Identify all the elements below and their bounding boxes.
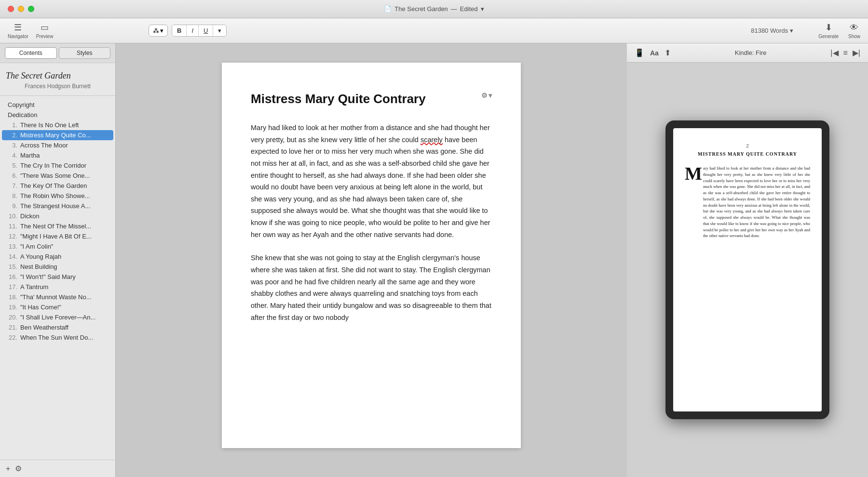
doc-icon: 📄 bbox=[384, 5, 392, 13]
toc-chapter-6[interactable]: 6."There Was Some One... bbox=[0, 171, 115, 181]
title-bar: 📄 The Secret Garden — Edited ▾ bbox=[0, 0, 868, 18]
title-separator: — bbox=[451, 5, 457, 13]
toc-chapter-15[interactable]: 15.Nest Building bbox=[0, 262, 115, 272]
paragraph-1[interactable]: Mary had liked to look at her mother fro… bbox=[251, 122, 492, 240]
toc-chapter-19[interactable]: 19."It Has Come!" bbox=[0, 302, 115, 312]
star-icon: ⁂ bbox=[153, 27, 159, 34]
page-sheet: Mistress Mary Quite Contrary ⚙ ▾ Mary ha… bbox=[222, 63, 521, 448]
navigator-label: Navigator bbox=[8, 34, 28, 39]
toc-chapter-20[interactable]: 20."I Shall Live Forever—An... bbox=[0, 312, 115, 322]
preview-toolbar: 📱 Aa ⬆ Kindle: Fire |◀ ≡ ▶| bbox=[627, 43, 868, 63]
tablet-icon: ▭ bbox=[41, 22, 49, 33]
toolbar-nav: ☰ Navigator ▭ Preview bbox=[8, 22, 123, 39]
toc-chapter-11[interactable]: 11.The Nest Of The Missel... bbox=[0, 221, 115, 231]
tab-styles[interactable]: Styles bbox=[59, 47, 111, 59]
star-dropdown-icon: ▾ bbox=[160, 27, 163, 34]
toc-chapter-12[interactable]: 12."Might I Have A Bit Of E... bbox=[0, 231, 115, 241]
window-controls bbox=[8, 6, 34, 12]
preview-last-page-button[interactable]: ▶| bbox=[853, 48, 860, 57]
toc-chapter-1[interactable]: 1.There Is No One Left bbox=[0, 120, 115, 130]
show-label: Show bbox=[848, 34, 860, 39]
settings-dropdown-icon: ▾ bbox=[488, 92, 492, 99]
kindle-page-number: 2 bbox=[746, 143, 749, 148]
device-icon[interactable]: 📱 bbox=[635, 48, 644, 57]
format-toolbar: ⁂ ▾ B I U ▾ 81380 Words ▾ bbox=[129, 25, 813, 37]
sidebar-tabs: Contents Styles bbox=[0, 43, 115, 63]
underline-button[interactable]: U bbox=[199, 25, 213, 36]
add-section-button[interactable]: + bbox=[6, 464, 10, 473]
toc-chapter-10[interactable]: 10.Dickon bbox=[0, 211, 115, 221]
toc-chapter-8[interactable]: 8.The Robin Who Showe... bbox=[0, 191, 115, 201]
chapter-settings-button[interactable]: ⚙ ▾ bbox=[481, 92, 492, 99]
main-layout: Contents Styles The Secret Garden France… bbox=[0, 43, 868, 477]
italic-button[interactable]: I bbox=[187, 25, 199, 36]
format-buttons: B I U ▾ bbox=[172, 25, 227, 37]
generate-button[interactable]: ⬇ Generate bbox=[818, 22, 839, 39]
preview-label: Preview bbox=[36, 34, 54, 39]
settings-gear-icon: ⚙ bbox=[481, 92, 488, 99]
title-dropdown-icon[interactable]: ▾ bbox=[481, 5, 484, 13]
hamburger-icon: ☰ bbox=[14, 22, 22, 33]
editor-content: Mistress Mary Quite Contrary ⚙ ▾ Mary ha… bbox=[116, 43, 627, 477]
window-title: 📄 The Secret Garden — Edited ▾ bbox=[384, 5, 484, 13]
preview-toolbar-left: 📱 Aa ⬆ bbox=[635, 48, 671, 57]
toc-chapter-7[interactable]: 7.The Key Of The Garden bbox=[0, 181, 115, 191]
preview-list-button[interactable]: ≡ bbox=[843, 49, 848, 57]
word-count-dropdown-icon[interactable]: ▾ bbox=[790, 27, 793, 34]
preview-navigation: |◀ ≡ ▶| bbox=[830, 48, 860, 57]
kindle-chapter-title: MISTRESS MARY QUITE CONTRARY bbox=[698, 151, 797, 157]
preview-button[interactable]: ▭ Preview bbox=[36, 22, 54, 39]
style-button[interactable]: ⁂ ▾ bbox=[149, 25, 168, 37]
maximize-button[interactable] bbox=[28, 6, 34, 12]
toc-chapter-14[interactable]: 14.A Young Rajah bbox=[0, 252, 115, 262]
toc-dedication[interactable]: Dedication bbox=[0, 110, 115, 120]
more-format-button[interactable]: ▾ bbox=[213, 25, 226, 36]
preview-area: 📱 Aa ⬆ Kindle: Fire |◀ ≡ ▶| 2 MISTRESS M… bbox=[627, 43, 868, 477]
kindle-screen: 2 MISTRESS MARY QUITE CONTRARY Mary had … bbox=[673, 128, 822, 411]
editor-area: Mistress Mary Quite Contrary ⚙ ▾ Mary ha… bbox=[116, 43, 627, 477]
toc-chapter-5[interactable]: 5.The Cry In The Corridor bbox=[0, 160, 115, 171]
generate-icon: ⬇ bbox=[825, 22, 832, 33]
spelling-error: scarely bbox=[420, 136, 443, 144]
kindle-drop-cap: M bbox=[685, 166, 702, 239]
close-button[interactable] bbox=[8, 6, 14, 12]
toc-list: Copyright Dedication 1.There Is No One L… bbox=[0, 96, 115, 460]
preview-first-page-button[interactable]: |◀ bbox=[830, 48, 838, 57]
kindle-paragraph: Mary had liked to look at her mother fro… bbox=[685, 165, 810, 239]
main-toolbar: ☰ Navigator ▭ Preview ⁂ ▾ B I U ▾ 81380 … bbox=[0, 18, 868, 43]
toc-chapter-2[interactable]: 2.Mistress Mary Quite Co... bbox=[2, 130, 113, 140]
toc-chapter-17[interactable]: 17.A Tantrum bbox=[0, 282, 115, 292]
toc-chapter-3[interactable]: 3.Across The Moor bbox=[0, 140, 115, 150]
toc-chapter-9[interactable]: 9.The Strangest House A... bbox=[0, 201, 115, 211]
sidebar-footer: + ⚙ bbox=[0, 460, 115, 477]
show-button[interactable]: 👁 Show bbox=[848, 23, 860, 39]
toc-chapter-13[interactable]: 13."I Am Colin" bbox=[0, 241, 115, 252]
toc-chapter-22[interactable]: 22.When The Sun Went Do... bbox=[0, 332, 115, 343]
minimize-button[interactable] bbox=[18, 6, 24, 12]
chapter-title[interactable]: Mistress Mary Quite Contrary bbox=[251, 92, 426, 106]
sidebar-book-author: Frances Hodgson Burnett bbox=[6, 83, 109, 90]
toolbar-actions: ⬇ Generate 👁 Show bbox=[818, 22, 860, 39]
font-size-icon[interactable]: Aa bbox=[650, 49, 659, 57]
title-status: Edited bbox=[460, 5, 478, 13]
share-icon[interactable]: ⬆ bbox=[665, 48, 671, 57]
show-icon: 👁 bbox=[850, 23, 858, 33]
tab-contents[interactable]: Contents bbox=[5, 47, 57, 59]
word-count: 81380 Words ▾ bbox=[751, 27, 793, 34]
toc-chapter-4[interactable]: 4.Martha bbox=[0, 150, 115, 160]
toc-copyright[interactable]: Copyright bbox=[0, 100, 115, 110]
toc-chapter-18[interactable]: 18."Tha' Munnot Waste No... bbox=[0, 292, 115, 302]
toc-chapter-16[interactable]: 16."I Won't!" Said Mary bbox=[0, 272, 115, 282]
toc-chapter-21[interactable]: 21.Ben Weatherstaff bbox=[0, 322, 115, 332]
generate-label: Generate bbox=[818, 34, 839, 39]
navigator-button[interactable]: ☰ Navigator bbox=[8, 22, 28, 39]
chapter-heading: Mistress Mary Quite Contrary ⚙ ▾ bbox=[251, 92, 492, 106]
sidebar-settings-button[interactable]: ⚙ bbox=[15, 464, 22, 473]
sidebar-book-title: The Secret Garden bbox=[6, 71, 109, 81]
sidebar: Contents Styles The Secret Garden France… bbox=[0, 43, 116, 477]
bold-button[interactable]: B bbox=[172, 25, 187, 36]
kindle-device: 2 MISTRESS MARY QUITE CONTRARY Mary had … bbox=[665, 120, 829, 419]
word-count-text: 81380 Words bbox=[751, 27, 788, 34]
paragraph-2[interactable]: She knew that she was not going to stay … bbox=[251, 252, 492, 323]
preview-content: 2 MISTRESS MARY QUITE CONTRARY Mary had … bbox=[627, 63, 868, 477]
